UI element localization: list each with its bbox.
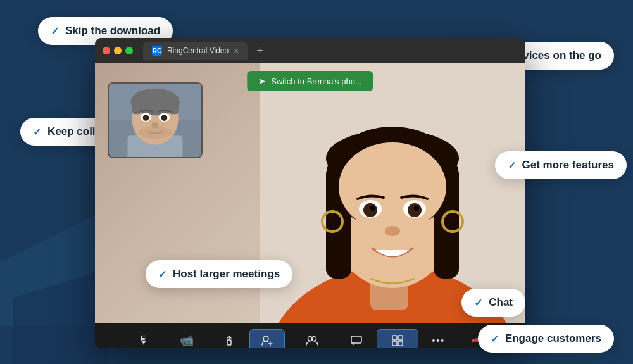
pill-chat: ✓ Chat xyxy=(461,289,525,317)
svg-point-15 xyxy=(385,226,400,236)
check-icon-chat: ✓ xyxy=(474,297,482,309)
check-icon-host: ✓ xyxy=(158,268,166,280)
breakout-icon xyxy=(392,335,403,346)
tab-title: RingCentral Video xyxy=(167,46,229,55)
more-button[interactable]: ••• More xyxy=(421,330,456,349)
invite-icon xyxy=(261,335,273,346)
breakout-button[interactable]: Breakout xyxy=(377,329,418,349)
more-label: More xyxy=(431,348,446,349)
invite-button[interactable]: Invite xyxy=(249,329,285,349)
browser-window: RC RingCentral Video × + xyxy=(95,38,525,348)
check-icon-engage: ✓ xyxy=(491,333,499,345)
tab-close-button[interactable]: × xyxy=(234,46,239,56)
switch-device-banner[interactable]: ➤ Switch to Brenna's pho... xyxy=(247,71,373,91)
check-icon-features: ✓ xyxy=(508,160,516,172)
svg-point-31 xyxy=(138,127,172,139)
pill-features-text: Get more features xyxy=(522,159,615,172)
svg-rect-39 xyxy=(392,341,397,346)
new-tab-button[interactable]: + xyxy=(256,44,263,58)
minimize-dot[interactable] xyxy=(114,47,122,54)
main-participant-video xyxy=(260,63,525,323)
close-dot[interactable] xyxy=(103,47,110,54)
svg-rect-40 xyxy=(398,341,403,346)
participants-button[interactable]: Participants xyxy=(287,330,335,349)
svg-point-29 xyxy=(161,115,168,121)
pill-skip-text: Skip the download xyxy=(65,25,160,37)
mute-icon: 🎙 xyxy=(138,334,149,347)
man-face-svg xyxy=(109,84,201,157)
switch-arrow-icon: ➤ xyxy=(258,76,266,86)
video-toolbar: 🎙 Mute 📹 Stop video Share Invite xyxy=(95,323,525,348)
more-icon: ••• xyxy=(432,336,445,346)
stop-video-icon: 📹 xyxy=(180,334,194,348)
svg-point-33 xyxy=(263,336,268,341)
check-icon-keep: ✓ xyxy=(33,126,41,138)
pill-chat-text: Chat xyxy=(489,296,513,309)
maximize-dot[interactable] xyxy=(125,47,133,54)
browser-chrome: RC RingCentral Video × + xyxy=(95,38,525,63)
browser-tab[interactable]: RC RingCentral Video × xyxy=(143,42,248,60)
secondary-participant-video xyxy=(108,82,203,158)
switch-banner-text: Switch to Brenna's pho... xyxy=(271,77,361,86)
mute-button[interactable]: 🎙 Mute xyxy=(126,329,161,348)
pill-host-larger: ✓ Host larger meetings xyxy=(146,260,292,288)
svg-rect-32 xyxy=(227,340,231,345)
chat-icon xyxy=(351,335,362,346)
svg-point-28 xyxy=(143,115,149,121)
chat-button[interactable]: Chat xyxy=(339,330,374,349)
share-icon xyxy=(223,335,235,346)
tab-favicon: RC xyxy=(152,46,162,56)
svg-rect-37 xyxy=(392,336,397,340)
window-controls xyxy=(103,47,133,54)
check-icon-skip: ✓ xyxy=(51,25,59,37)
svg-point-13 xyxy=(370,206,375,211)
pill-host-text: Host larger meetings xyxy=(173,268,280,280)
participants-icon xyxy=(306,335,318,346)
svg-point-12 xyxy=(408,203,422,217)
svg-point-8 xyxy=(339,142,446,231)
pill-engage-text: Engage customers xyxy=(505,332,601,345)
stop-video-button[interactable]: 📹 Stop video xyxy=(164,329,209,349)
svg-rect-38 xyxy=(398,336,403,340)
svg-point-11 xyxy=(363,203,377,217)
svg-point-14 xyxy=(414,206,419,211)
share-button[interactable]: Share xyxy=(211,330,247,349)
pill-get-features: ✓ Get more features xyxy=(495,151,627,179)
svg-rect-36 xyxy=(351,336,361,343)
pill-engage-customers: ✓ Engage customers xyxy=(478,325,614,353)
